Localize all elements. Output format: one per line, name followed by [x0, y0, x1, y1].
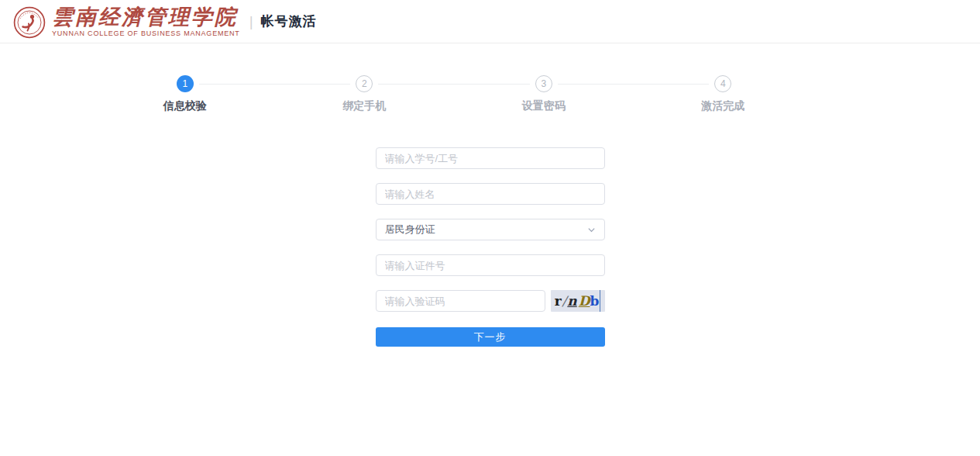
- step-label: 信息校验: [95, 99, 275, 113]
- cert-number-input[interactable]: [376, 254, 605, 276]
- cert-type-select[interactable]: 居民身份证: [376, 219, 605, 240]
- info-verify-form: 居民身份证 r / n D b 下一步: [376, 147, 605, 347]
- step-number-badge: 2: [356, 75, 373, 92]
- chevron-down-icon: [587, 226, 596, 234]
- captcha-letter: b: [590, 290, 600, 312]
- captcha-letter: /: [562, 290, 567, 312]
- step-info-verify: 1 信息校验: [95, 75, 275, 113]
- next-step-button[interactable]: 下一步: [376, 327, 605, 347]
- step-bind-phone: 2 绑定手机: [275, 75, 455, 113]
- college-name-en: YUNNAN COLLEGE OF BUSINESS MANAGEMENT: [52, 29, 240, 37]
- header-divider: |: [249, 13, 253, 30]
- step-number-badge: 1: [177, 75, 194, 92]
- captcha-input[interactable]: [376, 290, 545, 312]
- step-number-badge: 3: [535, 75, 552, 92]
- captcha-letter: D: [579, 290, 590, 312]
- step-set-password: 3 设置密码: [454, 75, 634, 113]
- step-label: 设置密码: [454, 99, 634, 113]
- college-name-cn: 雲南经濟管理学院: [52, 5, 240, 29]
- captcha-image[interactable]: r / n D b: [551, 290, 605, 312]
- college-brand: 雲南经濟管理学院 YUNNAN COLLEGE OF BUSINESS MANA…: [52, 5, 240, 37]
- cert-type-selected-value: 居民身份证: [385, 223, 435, 237]
- name-input[interactable]: [376, 183, 605, 205]
- activation-steps: 1 信息校验 2 绑定手机 3 设置密码 4 激活完成: [95, 75, 813, 113]
- captcha-letter: r: [555, 290, 562, 312]
- step-activation-done: 4 激活完成: [634, 75, 813, 113]
- step-label: 绑定手机: [275, 99, 455, 113]
- step-number-badge: 4: [714, 75, 731, 92]
- header: 雲南经濟管理学院 YUNNAN COLLEGE OF BUSINESS MANA…: [0, 0, 980, 43]
- captcha-letter: n: [567, 290, 576, 312]
- step-label: 激活完成: [634, 99, 813, 113]
- college-seal-icon: [13, 6, 46, 39]
- page-title: 帐号激活: [261, 12, 317, 30]
- student-id-input[interactable]: [376, 147, 605, 169]
